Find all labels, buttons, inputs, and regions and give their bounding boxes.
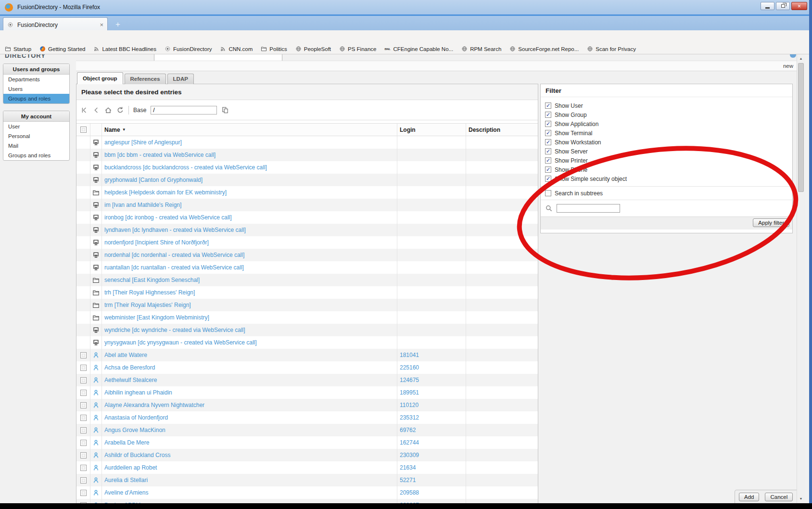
entry-login-link[interactable]: 228207 — [400, 502, 419, 503]
checkbox[interactable]: ✓ — [545, 139, 551, 145]
entry-name-link[interactable]: Aurelia di Stellari — [104, 477, 148, 484]
table-row[interactable]: Ashildr of Buckland Cross230309 — [76, 449, 538, 461]
window-restore-button[interactable] — [776, 2, 790, 10]
entry-name-link[interactable]: webminister [East Kingdom Webministry] — [104, 314, 209, 321]
new-link[interactable]: new — [783, 61, 793, 71]
entry-name-link[interactable]: bucklandcross [dc bucklandcross - create… — [104, 164, 267, 171]
scroll-down-button[interactable]: ▼ — [797, 495, 805, 503]
scroll-up-button[interactable]: ▲ — [797, 55, 805, 63]
bookmark-ps-finance[interactable]: PS Finance — [339, 46, 376, 52]
sidebar-item-user[interactable]: User — [3, 122, 69, 131]
column-header-description[interactable]: Description — [466, 124, 538, 136]
filter-option-show-phone[interactable]: ✓Show Phone — [545, 165, 792, 174]
row-checkbox[interactable] — [80, 427, 87, 433]
tab-object-group[interactable]: Object group — [77, 72, 123, 84]
sidebar-item-departments[interactable]: Departments — [3, 75, 69, 84]
page-scrollbar[interactable]: ▲ ▼ — [797, 54, 805, 503]
entry-login-link[interactable]: 110120 — [400, 402, 419, 408]
table-row[interactable]: seneschal [East Kingdom Seneschal] — [76, 274, 538, 286]
table-row[interactable]: helpdesk [Helpdesk domain for EK webmini… — [76, 186, 538, 199]
entry-name-link[interactable]: Abel atte Watere — [104, 352, 147, 358]
checkbox[interactable]: ✓ — [545, 166, 551, 173]
table-row[interactable]: Angus Grove MacKinon69762 — [76, 424, 538, 436]
entry-name-link[interactable]: Angus Grove MacKinon — [104, 427, 165, 433]
checkbox[interactable]: ✓ — [545, 112, 551, 118]
table-row[interactable]: Arabella De Mere162744 — [76, 436, 538, 449]
new-tab-button[interactable]: + — [112, 19, 124, 30]
entry-name-link[interactable]: nordenfjord [Incipient Shire of Norðfjor… — [104, 239, 209, 246]
entry-name-link[interactable]: Arabella De Mere — [104, 439, 149, 446]
scrollbar-thumb[interactable] — [798, 63, 804, 192]
subtree-checkbox[interactable] — [545, 190, 551, 196]
table-row[interactable]: Aurelia di Stellari52271 — [76, 474, 538, 486]
table-row[interactable]: anglespur [Shire of Anglespur] — [76, 136, 538, 149]
filter-option-show-application[interactable]: ✓Show Application — [545, 119, 792, 128]
window-close-button[interactable]: × — [791, 2, 807, 10]
bookmark-scan-for-privacy[interactable]: Scan for Privacy — [587, 46, 636, 52]
column-header-name[interactable]: Name▼ — [102, 124, 397, 136]
bookmark-sourceforge-net-repo[interactable]: SourceForge.net Repo... — [509, 46, 579, 52]
entry-login-link[interactable]: 52271 — [400, 477, 416, 484]
table-row[interactable]: bbm [dc bbm - created via WebService cal… — [76, 149, 538, 161]
sidebar-item-users[interactable]: Users — [3, 84, 69, 94]
filter-option-show-printer[interactable]: ✓Show Printer — [545, 156, 792, 165]
entry-name-link[interactable]: Aurddeilen ap Robet — [104, 464, 157, 471]
tab-references[interactable]: References — [125, 74, 166, 84]
entry-name-link[interactable]: Ashildr of Buckland Cross — [104, 452, 170, 458]
bookmark-cfengine-capable-no[interactable]: CFEngine Capable No... — [384, 46, 453, 52]
table-row[interactable]: bucklandcross [dc bucklandcross - create… — [76, 161, 538, 174]
entry-login-link[interactable]: 189951 — [400, 389, 419, 396]
filter-option-show-terminal[interactable]: ✓Show Terminal — [545, 128, 792, 138]
row-checkbox[interactable] — [80, 415, 87, 421]
refresh-button[interactable] — [116, 106, 124, 114]
table-row[interactable]: Aethelwulf Stealcere124675 — [76, 374, 538, 386]
table-row[interactable]: trm [Their Royal Majesties' Reign] — [76, 299, 538, 311]
sidebar-item-personal[interactable]: Personal — [3, 131, 69, 141]
sidebar-item-mail[interactable]: Mail — [3, 141, 69, 151]
tab-ldap[interactable]: LDAP — [167, 74, 194, 84]
checkbox[interactable]: ✓ — [545, 130, 551, 136]
filter-option-show-workstation[interactable]: ✓Show Workstation — [545, 138, 792, 147]
window-minimize-button[interactable] — [761, 2, 774, 10]
row-checkbox[interactable] — [80, 465, 87, 471]
browser-tab[interactable]: FusionDirectory × — [3, 17, 108, 32]
bookmark-peoplesoft[interactable]: PeopleSoft — [295, 46, 331, 52]
table-row[interactable]: Becky of BBM228207 — [76, 499, 538, 503]
entry-name-link[interactable]: bbm [dc bbm - created via WebService cal… — [104, 152, 216, 158]
entry-name-link[interactable]: lyndhaven [dc lyndhaven - created via We… — [104, 227, 246, 233]
table-row[interactable]: Alayne Alexandra Nyvern Nightwatcher1101… — [76, 399, 538, 411]
entry-name-link[interactable]: ynysygwaun [dc ynysygwaun - created via … — [104, 339, 257, 346]
entry-login-link[interactable]: 181041 — [400, 352, 419, 358]
entry-login-link[interactable]: 162744 — [400, 439, 419, 446]
entry-login-link[interactable]: 230309 — [400, 452, 419, 458]
entry-login-link[interactable]: 69762 — [400, 427, 416, 433]
entry-name-link[interactable]: Aethelwulf Stealcere — [104, 377, 157, 383]
filter-option-show-user[interactable]: ✓Show User — [545, 101, 792, 110]
entry-name-link[interactable]: helpdesk [Helpdesk domain for EK webmini… — [104, 189, 227, 196]
row-checkbox[interactable] — [80, 377, 87, 383]
entry-name-link[interactable]: gryphonwald [Canton of Gryphonwald] — [104, 177, 203, 183]
select-all-checkbox[interactable] — [80, 127, 87, 133]
table-row[interactable]: Achsa de Beresford225160 — [76, 361, 538, 374]
entry-login-link[interactable]: 124675 — [400, 377, 419, 383]
entry-name-link[interactable]: Aibhilin inghean ui Phaidin — [104, 389, 172, 396]
entry-name-link[interactable]: ruantallan [dc ruantallan - created via … — [104, 264, 244, 271]
filter-option-show-simple-security-object[interactable]: ✓Show Simple security object — [545, 174, 792, 183]
table-row[interactable]: nordenfjord [Incipient Shire of Norðfjor… — [76, 236, 538, 249]
entry-name-link[interactable]: Becky of BBM — [104, 502, 140, 503]
entry-login-link[interactable]: 225160 — [400, 364, 419, 371]
row-checkbox[interactable] — [80, 365, 87, 371]
bookmark-politics[interactable]: Politics — [261, 46, 287, 52]
row-checkbox[interactable] — [80, 502, 87, 504]
prev-page-button[interactable] — [92, 106, 100, 114]
column-header-login[interactable]: Login — [397, 124, 466, 136]
entry-name-link[interactable]: Alayne Alexandra Nyvern Nightwatcher — [104, 402, 204, 408]
bookmark-latest-bbc-headlines[interactable]: Latest BBC Headlines — [93, 46, 156, 52]
filter-subtree-row[interactable]: Search in subtrees — [541, 186, 792, 200]
table-row[interactable]: Anastasia of Nordenfjord235312 — [76, 411, 538, 424]
bookmark-rpm-search[interactable]: RPM Search — [461, 46, 501, 52]
table-row[interactable]: Abel atte Watere181041 — [76, 349, 538, 361]
row-checkbox[interactable] — [80, 477, 87, 484]
entry-login-link[interactable]: 209588 — [400, 489, 419, 496]
entry-name-link[interactable]: Achsa de Beresford — [104, 364, 155, 371]
